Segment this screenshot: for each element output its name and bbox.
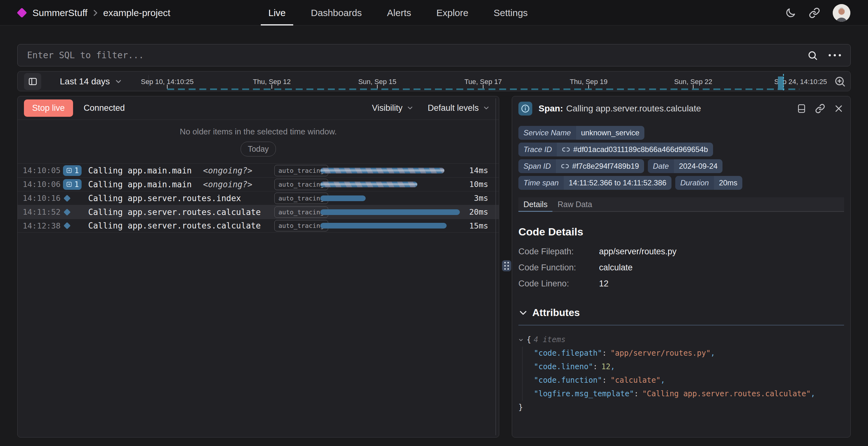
- span-list: 14:10:05 1 Calling app.main.main <ongoin…: [18, 163, 499, 232]
- time-range-bar: Last 14 days Sep 10, 14:10:25 Thu, Sep 1…: [17, 71, 851, 91]
- top-nav: SummerStuff example-project Live Dashboa…: [0, 0, 868, 26]
- row-duration-bar: [320, 182, 417, 187]
- sidebar-toggle-icon[interactable]: [24, 73, 41, 90]
- collapsed-children-badge[interactable]: 1: [63, 179, 82, 190]
- row-message: Calling app.server.routes.calculate: [88, 208, 261, 217]
- row-duration-bar: [320, 195, 366, 201]
- org-name[interactable]: SummerStuff: [32, 7, 88, 18]
- kv-label: Code Lineno:: [518, 279, 599, 289]
- detail-tabs: Details Raw Data: [518, 197, 844, 212]
- info-icon: [518, 102, 532, 116]
- service-name-chip: Service Name unknown_service: [518, 126, 644, 140]
- share-link-icon[interactable]: [809, 7, 820, 19]
- sql-filter-input[interactable]: Enter SQL to filter...: [27, 50, 807, 60]
- trace-id-chip[interactable]: Trace ID #df01acad0311189c8b66a466d96965…: [518, 142, 713, 156]
- tab-alerts[interactable]: Alerts: [374, 0, 424, 26]
- kv-value: calculate: [599, 263, 844, 273]
- row-duration-bar: [320, 168, 444, 173]
- dark-mode-moon-icon[interactable]: [785, 7, 796, 19]
- row-duration: 3ms: [474, 194, 488, 203]
- kv-value: 12: [599, 279, 844, 289]
- connection-status: Connected: [84, 103, 125, 113]
- span-title-text: Calling app.server.routes.calculate: [566, 103, 701, 113]
- activity-sparkline[interactable]: [167, 89, 799, 90]
- visibility-dropdown[interactable]: Visibility: [372, 103, 414, 113]
- stop-live-button[interactable]: Stop live: [24, 99, 73, 117]
- project-name[interactable]: example-project: [103, 7, 170, 18]
- row-duration: 14ms: [469, 166, 488, 175]
- tab-live[interactable]: Live: [256, 0, 298, 26]
- row-scope-tag[interactable]: auto_tracing: [274, 220, 328, 231]
- breadcrumb-separator-icon: [93, 8, 98, 17]
- time-span-chip: Time span 14:11:52.366 to 14:11:52.386: [518, 176, 672, 190]
- timeline-cursor[interactable]: [783, 74, 784, 90]
- tab-explore[interactable]: Explore: [424, 0, 481, 26]
- row-timestamp: 14:10:06: [23, 180, 63, 189]
- attributes-section-toggle[interactable]: Attributes: [518, 307, 844, 319]
- more-options-icon[interactable]: [829, 54, 841, 56]
- span-diamond-icon: [64, 194, 71, 202]
- row-scope-tag[interactable]: auto_tracing: [274, 193, 328, 204]
- row-scope-tag[interactable]: auto_tracing: [274, 179, 328, 190]
- chain-link-icon: [562, 146, 570, 154]
- today-button[interactable]: Today: [241, 141, 276, 156]
- plus-square-icon: [66, 167, 72, 174]
- default-levels-dropdown[interactable]: Default levels: [428, 103, 490, 113]
- zoom-in-icon[interactable]: [834, 75, 846, 88]
- logo-diamond-icon[interactable]: [17, 7, 27, 18]
- row-scope-tag[interactable]: auto_tracing: [274, 206, 328, 218]
- span-id-chip[interactable]: Span ID #f7c8e294f7489b19: [518, 159, 644, 173]
- tab-dashboards[interactable]: Dashboards: [298, 0, 374, 26]
- span-row[interactable]: 14:10:06 1 Calling app.main.main <ongoin…: [18, 177, 499, 191]
- chevron-down-icon: [114, 77, 123, 86]
- chip-label: Trace ID: [518, 142, 557, 156]
- live-view-panel: Stop live Connected Visibility Default l…: [17, 96, 499, 438]
- row-scope-tag[interactable]: auto_tracing: [274, 165, 328, 176]
- panel-resize-handle[interactable]: [502, 260, 511, 271]
- chevron-down-icon: [483, 104, 490, 112]
- scrollbar[interactable]: [495, 98, 496, 435]
- close-icon[interactable]: [834, 104, 843, 113]
- json-items-count: 4 items: [533, 335, 565, 344]
- span-row[interactable]: 14:12:38 Calling app.server.routes.calcu…: [18, 219, 499, 232]
- chip-label: Date: [648, 159, 674, 173]
- time-range-dropdown[interactable]: Last 14 days: [60, 71, 123, 92]
- date-chip: Date 2024-09-24: [648, 159, 722, 173]
- chip-value: 2024-09-24: [674, 159, 723, 173]
- chip-value: #f7c8e294f7489b19: [572, 162, 639, 170]
- kv-label: Code Function:: [518, 263, 599, 273]
- span-diamond-icon: [64, 222, 71, 229]
- child-count: 1: [74, 166, 79, 175]
- span-row[interactable]: 14:10:16 Calling app.server.routes.index…: [18, 191, 499, 205]
- primary-tabs: Live Dashboards Alerts Explore Settings: [256, 0, 540, 26]
- collapse-toggle-icon[interactable]: [518, 338, 523, 343]
- row-duration-bar: [320, 209, 460, 215]
- live-view-header: Stop live Connected Visibility Default l…: [18, 96, 499, 120]
- tab-details[interactable]: Details: [518, 197, 552, 211]
- json-entry: "code.function":"calculate",: [534, 374, 844, 387]
- chip-label: Duration: [675, 176, 714, 190]
- chip-label: Span ID: [518, 159, 556, 173]
- row-duration-bar: [320, 223, 446, 228]
- tab-settings[interactable]: Settings: [481, 0, 540, 26]
- user-avatar[interactable]: [833, 4, 850, 22]
- default-levels-label: Default levels: [428, 103, 479, 113]
- collapsed-children-badge[interactable]: 1: [63, 165, 82, 176]
- nav-actions: [785, 0, 850, 26]
- search-icon[interactable]: [807, 50, 818, 61]
- row-duration: 20ms: [469, 208, 488, 217]
- row-message: Calling app.main.main: [88, 180, 192, 189]
- json-entry: "logfire.msg_template":"Calling app.serv…: [534, 387, 844, 401]
- span-row-selected[interactable]: 14:11:52 Calling app.server.routes.calcu…: [18, 205, 499, 219]
- attributes-json-viewer: {4 items "code.filepath":"app/server/rou…: [518, 333, 844, 414]
- row-timestamp: 14:10:16: [23, 194, 63, 203]
- tab-raw-data[interactable]: Raw Data: [552, 197, 597, 211]
- visibility-label: Visibility: [372, 103, 403, 113]
- dock-view-icon[interactable]: [797, 103, 806, 114]
- chip-label: Time span: [518, 176, 564, 190]
- empty-window-text: No older items in the selected time wind…: [18, 127, 499, 137]
- span-row[interactable]: 14:10:05 1 Calling app.main.main <ongoin…: [18, 163, 499, 177]
- kv-label: Code Filepath:: [518, 247, 599, 257]
- json-close-brace: }: [518, 403, 523, 412]
- copy-link-icon[interactable]: [815, 103, 825, 114]
